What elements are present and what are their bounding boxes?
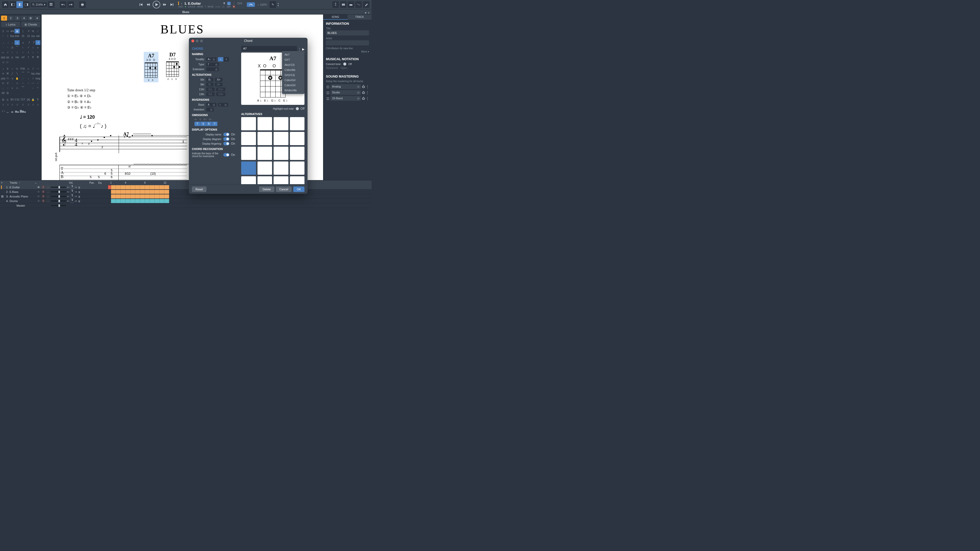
palette-decresc[interactable]: ▷	[6, 60, 10, 64]
palette-slide2[interactable]: ╲	[14, 71, 19, 76]
view-tab-3[interactable]: 3	[14, 16, 21, 21]
rewind-button[interactable]	[145, 1, 151, 8]
palette-misc6[interactable]: ~	[35, 81, 40, 86]
palette-pm[interactable]: P.M.	[20, 66, 26, 71]
palette-cresc2[interactable]: <	[10, 86, 14, 90]
dialog-titlebar[interactable]: Chord	[189, 38, 307, 44]
alt-5-plus[interactable]: /5+	[215, 78, 223, 82]
mastering-studio-select[interactable]: Studio◇	[331, 90, 361, 95]
view-tab-2[interactable]: 2	[8, 16, 14, 21]
chords-button[interactable]: ⊞Chords	[21, 22, 40, 27]
palette-barline[interactable]: |	[20, 29, 26, 33]
view-tab-more[interactable]: ▾	[34, 16, 40, 21]
chord-search-menu[interactable]: ⋮	[298, 48, 301, 51]
palette-bend[interactable]: ⤴	[31, 66, 35, 71]
inversion-select[interactable]: ◇	[206, 108, 214, 111]
add-track-button[interactable]: +	[1, 181, 5, 184]
palette-dyn-p[interactable]: p	[10, 55, 14, 59]
palette-sharp2[interactable]: ♯	[6, 50, 10, 55]
palette-pick2[interactable]: ∨	[10, 76, 14, 81]
edit-button[interactable]	[363, 1, 369, 8]
palette-dyn-fff[interactable]: fff	[35, 55, 40, 59]
palette-16th[interactable]: ♬	[20, 40, 26, 45]
mute-icon[interactable]: 🔇	[232, 5, 235, 8]
palette-15mb[interactable]: 15	[26, 34, 30, 38]
alt-chord-4[interactable]	[290, 117, 305, 130]
add-tab-button[interactable]: +	[368, 10, 369, 15]
palette-vel3[interactable]: ▅▃	[14, 109, 19, 113]
redo-button[interactable]	[67, 1, 74, 8]
minimize-dot[interactable]: ▾	[365, 10, 366, 15]
chord-suggestion-item[interactable]: Cdim/G#	[282, 78, 304, 83]
solo-icon[interactable]: 🎧	[46, 190, 50, 193]
palette-item-c[interactable]: ♭	[31, 45, 35, 50]
palette-staccato[interactable]: ·	[26, 86, 30, 90]
palette-decresc2[interactable]: >	[14, 86, 19, 90]
palette-nat2[interactable]: ♮	[10, 50, 14, 55]
lyrics-button[interactable]: ♪Lyrics	[1, 22, 20, 27]
eq-button[interactable]: ⫼	[78, 190, 81, 193]
sharp-button[interactable]: ♯	[224, 57, 229, 62]
palette-item-d[interactable]: 𝄪	[35, 45, 40, 50]
alt-13-minus[interactable]: /13-	[206, 92, 215, 96]
view-tab-1[interactable]: 1	[1, 16, 7, 21]
palette-x2[interactable]: ✕	[6, 71, 10, 76]
chord-play-button[interactable]: ▶	[302, 48, 304, 51]
alt-chord-14[interactable]	[258, 162, 272, 175]
palette-item-b[interactable]: ♯	[26, 45, 30, 50]
alt-chord-7[interactable]	[274, 132, 288, 145]
palette-rest[interactable]: 𝄽	[35, 40, 40, 45]
palette-15ma[interactable]: 15	[20, 34, 26, 38]
palette-vel2[interactable]: ▃	[10, 109, 14, 113]
palette-ma[interactable]: ma	[31, 34, 35, 38]
minimize-button[interactable]	[196, 40, 199, 42]
mastering-menu-2[interactable]: ⋮	[366, 91, 369, 94]
palette-harm[interactable]: ◇	[26, 66, 30, 71]
palette-64th[interactable]: 𝅘𝅥𝅱	[31, 40, 35, 45]
palette-chord-diagram[interactable]: ⊞	[14, 29, 19, 33]
palette-grace[interactable]: ♪	[1, 66, 5, 71]
alt-chord-1[interactable]	[241, 117, 256, 130]
chord-suggestion-item[interactable]: G#7	[282, 57, 304, 62]
alt-chord-19[interactable]	[274, 176, 288, 184]
eq-button[interactable]: ⫼	[78, 200, 81, 203]
chord-suggestion-item[interactable]: Ab7	[282, 52, 304, 57]
display-diagram-toggle[interactable]	[223, 137, 229, 141]
palette-pull[interactable]: ⁀	[26, 71, 30, 76]
display-name-toggle[interactable]	[223, 133, 229, 136]
palette-vel1[interactable]: ▁	[6, 109, 10, 113]
alt-chord-18[interactable]	[258, 176, 272, 184]
tool-button-3[interactable]	[348, 1, 354, 8]
palette-beam8[interactable]: ♫	[35, 102, 40, 106]
track-menu-icon[interactable]: ⋮	[233, 2, 235, 5]
palette-automation[interactable]: ⫽▾	[1, 109, 5, 113]
palette-misc4[interactable]: ⌢	[26, 81, 30, 86]
palette-beam6[interactable]: ♫	[26, 102, 30, 106]
palette-slash[interactable]: ⁄	[35, 29, 40, 33]
open-stylesheet-button[interactable]: Open...	[340, 67, 349, 69]
visibility-icon[interactable]: 👁	[37, 186, 40, 189]
palette-beam3[interactable]: ♫	[10, 102, 14, 106]
reset-button[interactable]: Reset	[192, 186, 207, 192]
tuning-fork-button[interactable]: ✎	[269, 1, 276, 8]
highlight-root-toggle[interactable]	[296, 107, 299, 110]
palette-turn[interactable]: ∽	[10, 66, 14, 71]
chord-suggestion-item[interactable]: G#(#13)	[282, 73, 304, 78]
alt-9-minus[interactable]: /9-	[206, 83, 213, 86]
palette-lock[interactable]: 🔒	[31, 97, 35, 102]
tab-song[interactable]: SONG	[323, 14, 348, 20]
mastering-analog-select[interactable]: Analog◇	[331, 84, 361, 89]
palette-mb[interactable]: mb	[35, 34, 40, 38]
notation-staff[interactable]: 𝄞 ♯♯♯ 44 𝄾 ♯ ● ● ● ● 3 ♯ ● ●⁀⁀⁀⁀⁀⁀⁀●	[59, 137, 187, 152]
palette-timesig[interactable]: 4/4	[10, 29, 14, 33]
alt-chord-15[interactable]	[274, 162, 288, 175]
palette-8vb[interactable]: 8vb	[14, 34, 19, 38]
alt-11-minus[interactable]: /11-	[206, 87, 215, 91]
chord-suggestion-item[interactable]: Cdim/Ab	[282, 67, 304, 73]
palette-pop[interactable]: pop	[1, 76, 5, 81]
pan-knob[interactable]	[70, 194, 74, 199]
omit-3[interactable]: 3	[200, 122, 206, 126]
palette-flat2[interactable]: ♭♭	[1, 50, 5, 55]
palette-misc8[interactable]: ↑	[6, 86, 10, 90]
palette-dyn-mf[interactable]: mf	[20, 55, 26, 59]
